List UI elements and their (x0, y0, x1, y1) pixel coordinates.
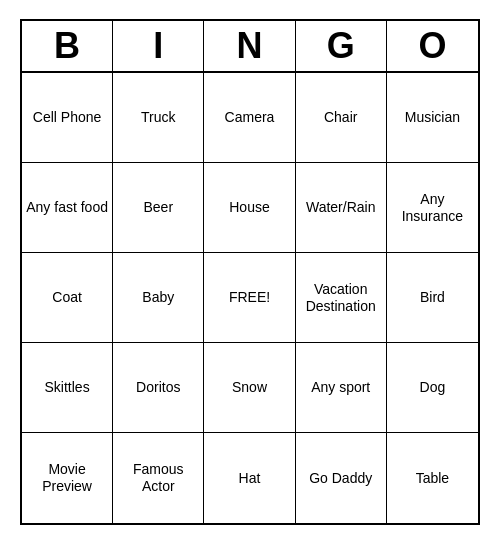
cell-text-19: Dog (420, 379, 446, 396)
bingo-grid: Cell PhoneTruckCameraChairMusicianAny fa… (22, 73, 478, 523)
cell-text-9: Any Insurance (391, 191, 474, 225)
cell-text-3: Chair (324, 109, 357, 126)
header-letter-i: I (113, 21, 204, 71)
cell-text-22: Hat (239, 470, 261, 487)
cell-text-16: Doritos (136, 379, 180, 396)
bingo-cell-5[interactable]: Any fast food (22, 163, 113, 253)
bingo-cell-3[interactable]: Chair (296, 73, 387, 163)
cell-text-4: Musician (405, 109, 460, 126)
cell-text-10: Coat (52, 289, 82, 306)
cell-text-11: Baby (142, 289, 174, 306)
bingo-cell-9[interactable]: Any Insurance (387, 163, 478, 253)
bingo-cell-8[interactable]: Water/Rain (296, 163, 387, 253)
cell-text-18: Any sport (311, 379, 370, 396)
bingo-cell-23[interactable]: Go Daddy (296, 433, 387, 523)
bingo-cell-21[interactable]: Famous Actor (113, 433, 204, 523)
cell-text-1: Truck (141, 109, 175, 126)
header-letter-b: B (22, 21, 113, 71)
bingo-card: BINGO Cell PhoneTruckCameraChairMusician… (20, 19, 480, 525)
bingo-cell-24[interactable]: Table (387, 433, 478, 523)
cell-text-13: Vacation Destination (300, 281, 382, 315)
bingo-cell-1[interactable]: Truck (113, 73, 204, 163)
bingo-cell-6[interactable]: Beer (113, 163, 204, 253)
bingo-cell-14[interactable]: Bird (387, 253, 478, 343)
cell-text-21: Famous Actor (117, 461, 199, 495)
bingo-cell-12[interactable]: FREE! (204, 253, 295, 343)
cell-text-23: Go Daddy (309, 470, 372, 487)
cell-text-5: Any fast food (26, 199, 108, 216)
bingo-cell-16[interactable]: Doritos (113, 343, 204, 433)
bingo-cell-11[interactable]: Baby (113, 253, 204, 343)
cell-text-6: Beer (144, 199, 174, 216)
cell-text-14: Bird (420, 289, 445, 306)
bingo-cell-2[interactable]: Camera (204, 73, 295, 163)
bingo-cell-19[interactable]: Dog (387, 343, 478, 433)
bingo-cell-15[interactable]: Skittles (22, 343, 113, 433)
bingo-cell-10[interactable]: Coat (22, 253, 113, 343)
bingo-header: BINGO (22, 21, 478, 73)
bingo-cell-17[interactable]: Snow (204, 343, 295, 433)
header-letter-o: O (387, 21, 478, 71)
bingo-cell-7[interactable]: House (204, 163, 295, 253)
cell-text-8: Water/Rain (306, 199, 376, 216)
bingo-cell-13[interactable]: Vacation Destination (296, 253, 387, 343)
bingo-cell-22[interactable]: Hat (204, 433, 295, 523)
cell-text-24: Table (416, 470, 449, 487)
bingo-cell-4[interactable]: Musician (387, 73, 478, 163)
cell-text-20: Movie Preview (26, 461, 108, 495)
cell-text-0: Cell Phone (33, 109, 102, 126)
cell-text-7: House (229, 199, 269, 216)
bingo-cell-18[interactable]: Any sport (296, 343, 387, 433)
bingo-cell-0[interactable]: Cell Phone (22, 73, 113, 163)
cell-text-2: Camera (225, 109, 275, 126)
cell-text-15: Skittles (45, 379, 90, 396)
header-letter-n: N (204, 21, 295, 71)
cell-text-12: FREE! (229, 289, 270, 306)
bingo-cell-20[interactable]: Movie Preview (22, 433, 113, 523)
cell-text-17: Snow (232, 379, 267, 396)
header-letter-g: G (296, 21, 387, 71)
